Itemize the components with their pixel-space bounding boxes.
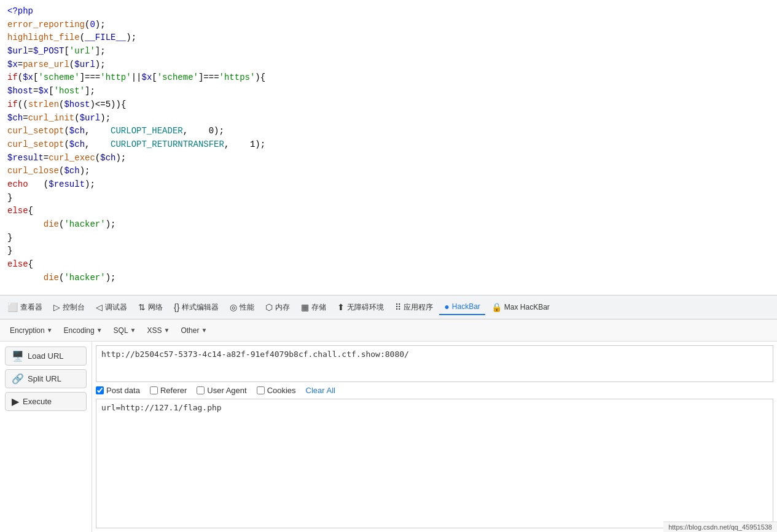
user-agent-option[interactable]: User Agent — [197, 386, 246, 395]
code-line: error_reporting(0); — [7, 18, 770, 32]
toolbar-btn-other[interactable]: Other ▼ — [176, 324, 212, 337]
code-line: if((strlen($host)<=5)){ — [7, 98, 770, 112]
split-url-button[interactable]: 🔗 Split URL — [5, 369, 87, 388]
cookies-label: Cookies — [267, 386, 296, 395]
code-line: curl_setopt($ch, CURLOPT_HEADER, 0); — [7, 125, 770, 138]
devtools-tab-label: 调试器 — [105, 302, 127, 313]
execute-button[interactable]: ▶ Execute — [5, 392, 87, 411]
code-line: $result=curl_exec($ch); — [7, 152, 770, 165]
execute-label: Execute — [23, 397, 52, 406]
referer-option[interactable]: Referer — [150, 386, 187, 395]
devtools-tab-性能[interactable]: ◎性能 — [225, 300, 259, 315]
devtools-tab-应用程序[interactable]: ⠿应用程序 — [390, 300, 438, 315]
hackbar-main: 🖥️ Load URL 🔗 Split URL ▶ Execute Post d… — [0, 342, 777, 532]
code-line: highlight_file(__FILE__); — [7, 31, 770, 45]
split-url-label: Split URL — [28, 374, 61, 383]
status-url: https://blog.csdn.net/qq_45951538 — [668, 523, 772, 531]
load-url-button[interactable]: 🖥️ Load URL — [5, 346, 87, 366]
cookies-checkbox[interactable] — [257, 386, 265, 394]
code-line: } — [7, 192, 770, 205]
code-line: die('hacker'); — [7, 218, 770, 232]
user-agent-label: User Agent — [207, 386, 246, 395]
devtools-tab-icon: ● — [444, 302, 449, 311]
devtools-tab-label: 存储 — [311, 302, 326, 313]
devtools-tab-内存[interactable]: ⬡内存 — [260, 300, 295, 315]
left-buttons: 🖥️ Load URL 🔗 Split URL ▶ Execute — [0, 342, 92, 532]
hackbar-toolbar: Encryption ▼Encoding ▼SQL ▼XSS ▼Other ▼ — [0, 319, 777, 342]
code-line: $ch=curl_init($url); — [7, 112, 770, 125]
devtools-tab-网络[interactable]: ⇅网络 — [133, 300, 168, 315]
devtools-bar: ⬜查看器▷控制台◁调试器⇅网络{}样式编辑器◎性能⬡内存▦存储⬆无障碍环境⠿应用… — [0, 295, 777, 319]
code-line: curl_setopt($ch, CURLOPT_RETURNTRANSFER,… — [7, 138, 770, 152]
status-bar: https://blog.csdn.net/qq_45951538 — [663, 522, 777, 532]
devtools-tab-label: 性能 — [240, 302, 254, 313]
code-line: } — [7, 244, 770, 258]
code-line: echo ($result); — [7, 178, 770, 192]
devtools-tab-label: 样式编辑器 — [182, 302, 219, 313]
devtools-tab-icon: 🔒 — [491, 302, 502, 312]
code-line: $host=$x['host']; — [7, 85, 770, 98]
devtools-tab-label: 应用程序 — [404, 302, 433, 313]
devtools-tab-调试器[interactable]: ◁调试器 — [91, 300, 132, 315]
devtools-tab-label: HackBar — [452, 302, 480, 311]
post-data-input[interactable] — [96, 399, 773, 528]
load-url-label: Load URL — [28, 351, 64, 361]
devtools-tab-label: 网络 — [148, 302, 163, 313]
devtools-tab-label: 内存 — [275, 302, 290, 313]
devtools-tab-icon: ⇅ — [138, 302, 146, 312]
devtools-tab-label: 查看器 — [20, 302, 42, 313]
toolbar-btn-sql[interactable]: SQL ▼ — [109, 324, 141, 337]
devtools-tab-HackBar[interactable]: ●HackBar — [439, 299, 485, 315]
code-line: } — [7, 232, 770, 245]
devtools-tab-icon: ◁ — [96, 302, 103, 312]
dropdown-arrow: ▼ — [47, 327, 53, 334]
devtools-tab-icon: ⬜ — [7, 302, 18, 312]
post-data-option[interactable]: Post data — [96, 386, 140, 395]
code-line: $x=parse_url($url); — [7, 58, 770, 72]
right-content: Post data Referer User Agent Cookies Cle… — [92, 342, 777, 532]
code-line: <?php — [7, 5, 770, 18]
code-line: curl_close($ch); — [7, 165, 770, 178]
dropdown-arrow: ▼ — [201, 327, 207, 334]
devtools-tab-Max HacKBar[interactable]: 🔒Max HacKBar — [486, 300, 555, 315]
code-line: else{ — [7, 258, 770, 272]
clear-all-button[interactable]: Clear All — [306, 386, 335, 395]
devtools-tab-icon: ◎ — [230, 302, 237, 312]
options-row: Post data Referer User Agent Cookies Cle… — [96, 386, 773, 395]
code-line: $url=$_POST['url']; — [7, 45, 770, 58]
toolbar-btn-encryption[interactable]: Encryption ▼ — [5, 324, 58, 337]
devtools-tab-无障碍环境[interactable]: ⬆无障碍环境 — [332, 300, 389, 315]
devtools-tab-控制台[interactable]: ▷控制台 — [49, 300, 90, 315]
code-line: die('hacker'); — [7, 272, 770, 285]
devtools-tab-存储[interactable]: ▦存储 — [296, 300, 331, 315]
execute-icon: ▶ — [12, 396, 19, 407]
devtools-tab-查看器[interactable]: ⬜查看器 — [2, 300, 47, 315]
devtools-tab-icon: ⬡ — [265, 302, 273, 312]
devtools-tab-label: 无障碍环境 — [347, 302, 384, 313]
post-data-label: Post data — [106, 386, 140, 395]
post-data-checkbox[interactable] — [96, 386, 104, 394]
toolbar-btn-xss[interactable]: XSS ▼ — [142, 324, 174, 337]
user-agent-checkbox[interactable] — [197, 386, 205, 394]
split-url-icon: 🔗 — [12, 373, 24, 385]
referer-checkbox[interactable] — [150, 386, 158, 394]
code-line: else{ — [7, 205, 770, 218]
code-line: if($x['scheme']==='http'||$x['scheme']==… — [7, 71, 770, 85]
code-area: <?phperror_reporting(0);highlight_file(_… — [0, 0, 777, 295]
load-url-icon: 🖥️ — [12, 350, 24, 362]
url-input[interactable] — [96, 345, 773, 382]
devtools-tab-icon: ▦ — [301, 302, 309, 312]
referer-label: Referer — [160, 386, 187, 395]
toolbar-btn-encoding[interactable]: Encoding ▼ — [59, 324, 107, 337]
devtools-tab-icon: ⠿ — [395, 302, 401, 312]
devtools-tab-icon: {} — [174, 302, 179, 312]
devtools-tab-样式编辑器[interactable]: {}样式编辑器 — [169, 300, 224, 315]
devtools-tab-icon: ⬆ — [337, 302, 345, 312]
dropdown-arrow: ▼ — [164, 327, 170, 334]
cookies-option[interactable]: Cookies — [257, 386, 296, 395]
dropdown-arrow: ▼ — [130, 327, 136, 334]
dropdown-arrow: ▼ — [96, 327, 103, 334]
devtools-tab-icon: ▷ — [53, 302, 60, 312]
devtools-tab-label: Max HacKBar — [504, 303, 550, 311]
devtools-tab-label: 控制台 — [63, 302, 85, 313]
